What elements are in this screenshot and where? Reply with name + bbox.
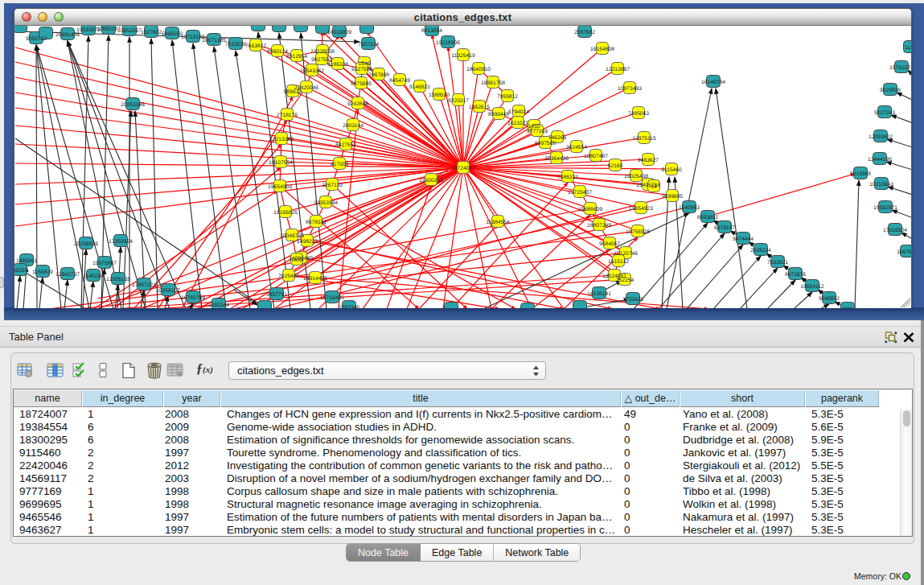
- svg-text:11325419: 11325419: [451, 53, 475, 59]
- svg-text:19975867: 19975867: [92, 261, 117, 266]
- svg-text:8990448: 8990448: [488, 112, 509, 117]
- svg-text:23226058: 23226058: [310, 49, 335, 55]
- svg-text:9463627: 9463627: [638, 158, 659, 163]
- svg-text:252254: 252254: [616, 278, 634, 283]
- svg-text:18640910: 18640910: [466, 67, 491, 72]
- svg-text:1409: 1409: [291, 257, 303, 263]
- svg-text:10688609: 10688609: [578, 207, 602, 212]
- svg-text:8960124: 8960124: [267, 49, 288, 55]
- svg-text:7663822: 7663822: [245, 43, 266, 49]
- svg-text:16154808: 16154808: [590, 47, 614, 52]
- svg-text:9474444: 9474444: [733, 237, 754, 242]
- svg-text:6379197: 6379197: [714, 225, 735, 231]
- svg-text:1640953: 1640953: [679, 205, 700, 211]
- svg-text:9227343: 9227343: [874, 110, 895, 116]
- svg-text:10025438: 10025438: [624, 174, 648, 179]
- svg-text:7357224: 7357224: [358, 42, 379, 47]
- svg-text:20691406: 20691406: [55, 32, 80, 38]
- svg-text:9857791: 9857791: [266, 292, 287, 298]
- svg-text:7955812: 7955812: [497, 94, 518, 100]
- svg-text:8813054: 8813054: [421, 28, 442, 34]
- svg-text:7625402: 7625402: [278, 274, 299, 279]
- svg-text:16543362: 16543362: [300, 68, 324, 74]
- svg-text:18724007: 18724007: [451, 166, 475, 171]
- svg-text:39159: 39159: [14, 268, 28, 274]
- svg-text:12505135: 12505135: [106, 277, 130, 282]
- svg-text:16148784: 16148784: [701, 80, 725, 85]
- svg-text:11384554: 11384554: [486, 220, 510, 225]
- svg-text:15751074: 15751074: [889, 65, 911, 71]
- svg-text:16107554: 16107554: [269, 160, 293, 166]
- svg-text:10653267: 10653267: [117, 28, 142, 34]
- svg-text:17957223: 17957223: [132, 282, 156, 288]
- svg-text:20206526: 20206526: [74, 241, 98, 247]
- svg-text:16782759: 16782759: [181, 295, 205, 301]
- svg-text:6497568: 6497568: [535, 141, 556, 146]
- svg-text:7515526: 7515526: [225, 42, 246, 47]
- svg-text:10210643: 10210643: [869, 182, 893, 187]
- svg-text:8427552: 8427552: [335, 142, 356, 148]
- svg-text:417006: 417006: [331, 162, 349, 167]
- svg-text:17359924: 17359924: [109, 239, 133, 245]
- svg-text:7386322: 7386322: [557, 175, 578, 180]
- svg-text:9684067: 9684067: [599, 241, 620, 247]
- svg-text:12975115: 12975115: [632, 136, 656, 142]
- svg-text:3267110: 3267110: [322, 183, 343, 188]
- svg-text:3624554: 3624554: [566, 145, 587, 150]
- svg-text:1621022: 1621022: [507, 121, 528, 126]
- svg-text:746266: 746266: [548, 135, 567, 141]
- svg-text:16914479: 16914479: [303, 276, 327, 282]
- svg-text:7485063: 7485063: [628, 111, 649, 117]
- svg-text:8215958: 8215958: [850, 171, 871, 177]
- svg-text:19654903: 19654903: [268, 184, 292, 190]
- svg-text:9115460: 9115460: [661, 167, 682, 173]
- svg-text:6794024: 6794024: [508, 109, 529, 115]
- svg-text:8220317: 8220317: [448, 98, 469, 104]
- svg-text:9146821: 9146821: [409, 84, 430, 90]
- svg-text:9699695: 9699695: [662, 194, 683, 200]
- svg-text:8912954: 8912954: [286, 54, 307, 60]
- svg-text:10958107: 10958107: [156, 288, 180, 294]
- svg-text:1117: 1117: [905, 45, 911, 51]
- svg-text:12353594: 12353594: [314, 200, 338, 206]
- svg-text:18807249: 18807249: [587, 223, 611, 229]
- svg-text:989612: 989612: [284, 89, 302, 95]
- svg-text:8454749: 8454749: [389, 78, 410, 84]
- svg-text:8678332: 8678332: [306, 220, 326, 225]
- svg-text:16961758: 16961758: [481, 80, 505, 86]
- svg-text:1546: 1546: [359, 61, 371, 67]
- svg-text:9055712: 9055712: [26, 36, 47, 42]
- svg-text:10046736: 10046736: [280, 233, 304, 239]
- svg-text:62160: 62160: [608, 163, 623, 169]
- svg-text:1527602: 1527602: [141, 30, 162, 35]
- svg-text:1498222: 1498222: [297, 239, 318, 245]
- svg-text:64: 64: [651, 184, 657, 190]
- svg-text:8186328: 8186328: [327, 62, 348, 68]
- svg-text:19654923: 19654923: [629, 206, 653, 212]
- svg-text:12942737: 12942737: [55, 272, 80, 278]
- svg-text:1156829: 1156829: [32, 270, 53, 275]
- svg-text:1292344: 1292344: [208, 303, 229, 308]
- svg-text:2803144: 2803144: [343, 123, 363, 129]
- svg-text:20053346: 20053346: [121, 102, 145, 108]
- svg-text:10655287: 10655287: [97, 27, 121, 32]
- svg-text:10120746: 10120746: [614, 251, 638, 257]
- svg-text:1733426: 1733426: [622, 297, 643, 303]
- svg-text:15692971: 15692971: [873, 205, 897, 211]
- svg-text:12213967: 12213967: [606, 67, 630, 72]
- svg-text:2718176: 2718176: [277, 113, 298, 118]
- svg-text:9245652: 9245652: [819, 296, 840, 302]
- svg-text:2867608: 2867608: [368, 72, 389, 78]
- svg-text:1292346: 1292346: [339, 305, 359, 309]
- svg-text:6466160: 6466160: [162, 31, 183, 37]
- svg-text:9777169: 9777169: [527, 129, 548, 134]
- svg-text:2935114: 2935114: [750, 248, 771, 253]
- svg-text:1362615: 1362615: [469, 105, 490, 110]
- svg-text:16671385: 16671385: [202, 38, 226, 43]
- svg-text:10973493: 10973493: [618, 86, 642, 92]
- svg-text:1588520: 1588520: [429, 93, 450, 98]
- svg-text:15716485: 15716485: [320, 295, 344, 301]
- svg-text:924: 924: [843, 307, 852, 309]
- svg-text:9242848: 9242848: [347, 101, 368, 107]
- svg-text:1485061: 1485061: [16, 258, 37, 264]
